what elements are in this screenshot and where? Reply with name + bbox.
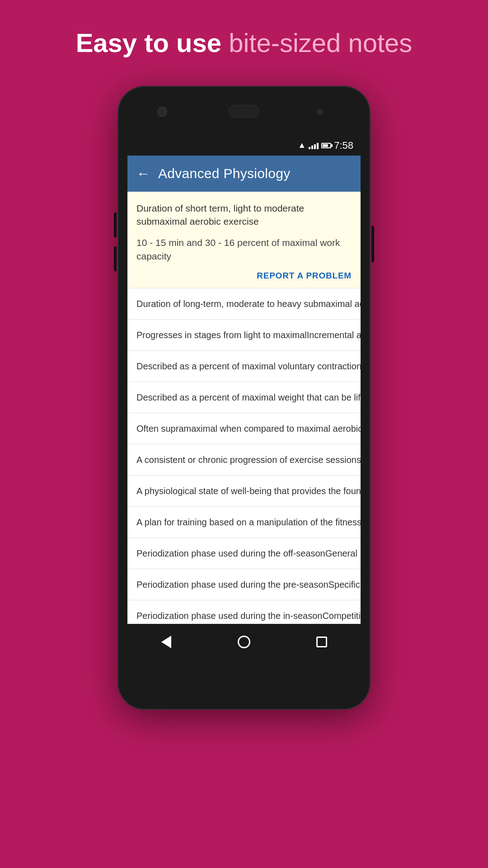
list-item[interactable]: Duration of long-term, moderate to heavy… [127, 288, 361, 320]
nav-back-button[interactable] [153, 628, 180, 656]
app-bar: ← Advanced Physiology [127, 156, 361, 192]
power-button [371, 226, 374, 262]
content-area: Duration of short term, light to moderat… [127, 192, 361, 632]
list-item-text: Periodization phase used during the off-… [136, 548, 361, 558]
app-bar-title: Advanced Physiology [158, 166, 291, 181]
list-item[interactable]: Often supramaximal when compared to maxi… [127, 413, 361, 444]
phone-screen: ▲ 7:58 ← [127, 136, 361, 660]
status-bar: ▲ 7:58 [127, 136, 361, 156]
list-item[interactable]: A plan for training based on a manipulat… [127, 507, 361, 538]
phone-body: ▲ 7:58 ← [117, 86, 371, 710]
title-bold: Easy to use [76, 28, 221, 57]
list-item-text: A physiological state of well-being that… [136, 486, 361, 496]
list-item[interactable]: A consistent or chronic progression of e… [127, 444, 361, 476]
list-item[interactable]: Periodization phase used during the pre-… [127, 569, 361, 600]
title-normal: bite-sized notes [221, 28, 412, 57]
report-btn-container[interactable]: REPORT A PROBLEM [136, 269, 352, 281]
highlight-card: Duration of short term, light to moderat… [127, 192, 361, 289]
list-item-text: Duration of long-term, moderate to heavy… [136, 299, 361, 309]
battery-icon [321, 143, 331, 148]
list-item-text: A plan for training based on a manipulat… [136, 517, 361, 527]
volume-down-button [114, 246, 117, 271]
list-item-text: Described as a percent of maximal weight… [136, 392, 361, 402]
list-container: Duration of long-term, moderate to heavy… [127, 288, 361, 632]
phone-camera [157, 107, 167, 117]
nav-home-button[interactable] [230, 628, 258, 656]
card-answer: 10 - 15 min and 30 - 16 percent of maxim… [136, 236, 352, 263]
volume-up-button [114, 212, 117, 237]
phone-sensor [317, 108, 323, 115]
report-problem-button[interactable]: REPORT A PROBLEM [257, 271, 352, 281]
status-icons: ▲ 7:58 [298, 140, 353, 151]
card-question: Duration of short term, light to moderat… [136, 202, 352, 228]
phone-mockup: ▲ 7:58 ← [117, 86, 371, 710]
list-item[interactable]: Described as a percent of maximal weight… [127, 382, 361, 413]
wifi-icon: ▲ [298, 141, 306, 150]
list-item[interactable]: Periodization phase used during the off-… [127, 538, 361, 569]
list-item[interactable]: A physiological state of well-being that… [127, 476, 361, 507]
list-item-text: Periodization phase used during the in-s… [136, 611, 361, 621]
list-item-text: Periodization phase used during the pre-… [136, 580, 361, 590]
list-item-text: Described as a percent of maximal volunt… [136, 361, 361, 371]
list-item-text: Progresses in stages from light to maxim… [136, 330, 361, 340]
phone-speaker [228, 105, 260, 118]
nav-recent-button[interactable] [308, 628, 335, 656]
list-item-text: A consistent or chronic progression of e… [136, 455, 361, 465]
page-header: Easy to use bite-sized notes [0, 0, 488, 81]
list-item[interactable]: Progresses in stages from light to maxim… [127, 320, 361, 351]
status-time: 7:58 [334, 140, 353, 151]
list-item-text: Often supramaximal when compared to maxi… [136, 424, 361, 434]
back-button[interactable]: ← [136, 166, 150, 181]
list-item[interactable]: Described as a percent of maximal volunt… [127, 351, 361, 382]
nav-bar [127, 624, 361, 660]
signal-icon [309, 142, 319, 149]
